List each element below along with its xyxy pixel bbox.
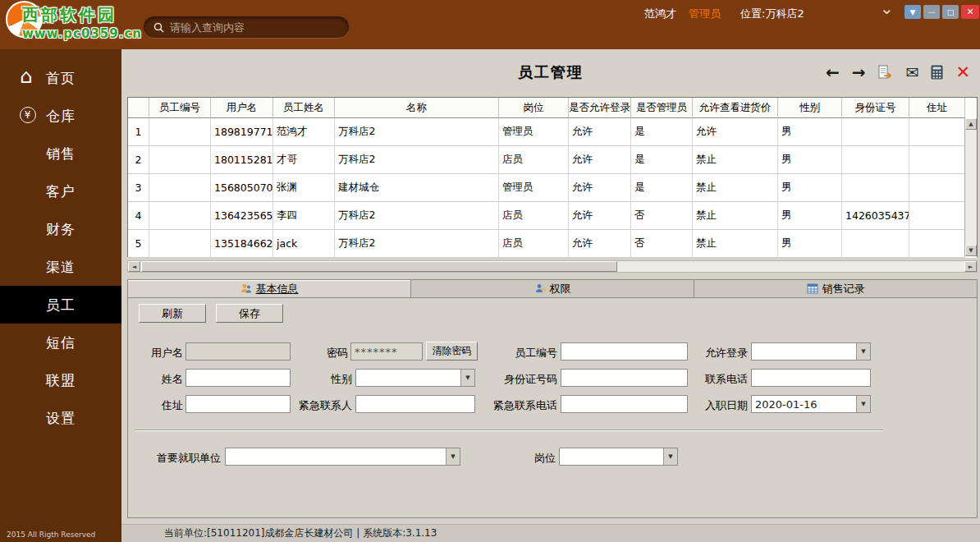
column-header[interactable]: 名称 [335,98,499,118]
sidebar-menu: ⌂首页¥仓库销售客户财务渠道员工短信联盟设置 [0,49,121,437]
forward-icon[interactable]: → [852,62,866,82]
table-row[interactable]: 513518466217jack万科店2店员允许否禁止男 [128,230,977,258]
sidebar-item-label: 员工 [46,296,76,315]
chevron-down-icon[interactable]: ▼ [856,396,870,412]
table-cell [909,118,965,146]
column-header[interactable]: 是否允许登录 [569,98,631,118]
column-header[interactable]: 身份证号 [842,98,909,118]
scrollbar-thumb[interactable] [141,261,617,272]
sidebar-item-label: 设置 [46,409,76,428]
position-select[interactable]: ▼ [559,448,678,466]
contact-phone-input[interactable] [751,369,871,387]
table-cell [149,202,211,230]
employee-id-label: 员工编号 [469,346,557,361]
column-header[interactable]: 岗位 [499,98,569,118]
chevron-down-icon[interactable]: ▼ [856,343,870,360]
table-cell [909,174,965,202]
table-row[interactable]: 315680507010张渊建材城仓管理员允许是禁止男 [128,174,977,202]
table-cell: 男 [778,202,842,230]
table-horizontal-scrollbar[interactable]: ◄ ► [127,260,978,273]
table-cell: 允许 [569,230,631,258]
table-cell [149,118,211,146]
scroll-right-icon[interactable]: ► [964,261,977,272]
sidebar-item-销售[interactable]: 销售 [0,135,121,172]
chevron-down-icon[interactable]: ▼ [663,448,677,465]
title-bar: 西部软件园 www.pc0359.cn 范鸿才 管理员 位置:万科店2 ⌄ ▼ … [0,0,980,49]
allow-login-select[interactable]: ▼ [751,342,871,361]
sidebar-item-联盟[interactable]: 联盟 [0,361,121,399]
table-cell: 13518466217 [211,230,273,258]
table-cell [909,230,965,258]
table-cell [149,174,211,202]
table-row[interactable]: 218011528128才哥万科店2店员允许是禁止男 [128,146,977,174]
table-cell: 店员 [499,202,569,230]
column-header[interactable]: 性别 [778,98,842,118]
save-button[interactable]: 保存 [216,304,283,323]
status-text: 当前单位:[51011201]成都金店长建材公司 | 系统版本:3.1.13 [164,526,437,540]
table-cell [909,202,965,230]
table-cell: 范鸿才 [273,118,335,146]
table-cell: 万科店2 [335,202,499,230]
column-header[interactable]: 员工姓名 [273,98,335,118]
tab-权限[interactable]: 权限 [411,279,694,298]
table-vertical-scrollbar[interactable]: ▲ ▼ [964,118,977,256]
table-row[interactable]: 413642356578李四万科店2店员允许否禁止男1426035437 [128,202,977,230]
table-cell: 禁止 [693,202,778,230]
sidebar-item-设置[interactable]: 设置 [0,399,121,437]
table-cell: 禁止 [693,146,778,174]
sidebar-item-渠道[interactable]: 渠道 [0,248,121,286]
table-row[interactable]: 118981977117范鸿才万科店2管理员允许是允许男 [128,118,977,146]
emergency-contact-input[interactable] [355,395,475,413]
column-header[interactable]: 允许查看进货价 [693,98,778,118]
column-header[interactable]: 住址 [909,98,965,118]
sidebar-item-label: 联盟 [46,371,76,390]
scroll-down-icon[interactable]: ▼ [965,245,977,256]
column-header[interactable]: 用户名 [211,98,273,118]
tab-销售记录[interactable]: 销售记录 [694,279,978,298]
export-icon[interactable] [877,65,893,80]
hire-date-picker[interactable]: 2020-01-16 ▼ [751,395,871,413]
calculator-icon[interactable] [931,65,943,80]
scroll-left-icon[interactable]: ◄ [128,261,140,272]
gender-select[interactable]: ▼ [355,369,475,387]
search-input[interactable] [170,21,339,34]
tab-基本信息[interactable]: 基本信息 [127,279,411,298]
column-header[interactable]: 员工编号 [149,98,211,118]
scroll-up-icon[interactable]: ▲ [965,118,977,130]
primary-unit-select[interactable]: ▼ [225,448,460,466]
back-icon[interactable]: ← [826,62,840,82]
sidebar-item-短信[interactable]: 短信 [0,324,121,361]
chevron-down-icon[interactable]: ▼ [446,448,460,465]
emergency-phone-label: 紧急联系电话 [469,398,557,413]
sidebar-item-首页[interactable]: ⌂首页 [0,59,121,97]
user-name[interactable]: 范鸿才 [644,7,676,21]
primary-unit-label: 首要就职单位 [131,451,221,466]
table-cell: 店员 [499,230,569,258]
chevron-down-icon[interactable]: ⌄ [880,0,894,18]
password-input[interactable] [350,342,423,361]
table-cell: 男 [778,118,842,146]
table-header-row: 员工编号用户名员工姓名名称岗位是否允许登录是否管理员允许查看进货价性别身份证号住… [128,98,977,118]
sidebar-item-客户[interactable]: 客户 [0,172,121,210]
sidebar-item-仓库[interactable]: ¥仓库 [0,97,121,135]
sidebar-item-员工[interactable]: 员工 [0,286,121,324]
close-page-icon[interactable]: ✕ [955,62,970,82]
table-cell: 建材城仓 [335,174,499,202]
table-cell: 13642356578 [211,202,273,230]
maximize-button[interactable]: □ [942,5,959,19]
table-cell: 3 [128,174,149,202]
minimize-button[interactable]: — [923,5,940,19]
sidebar-item-label: 短信 [46,333,76,352]
table-cell: 允许 [569,146,631,174]
table-cell [842,174,909,202]
column-header[interactable]: 是否管理员 [631,98,693,118]
permission-icon [534,283,546,294]
refresh-button[interactable]: 刷新 [139,304,206,323]
search-box[interactable] [144,16,349,38]
close-button[interactable]: ✕ [961,5,979,19]
sidebar-item-财务[interactable]: 财务 [0,210,121,248]
watermark: 西部软件园 www.pc0359.cn [22,4,142,41]
column-header[interactable] [128,98,149,118]
dropdown-button[interactable]: ▼ [904,5,921,19]
mail-icon[interactable]: ✉ [905,63,918,81]
